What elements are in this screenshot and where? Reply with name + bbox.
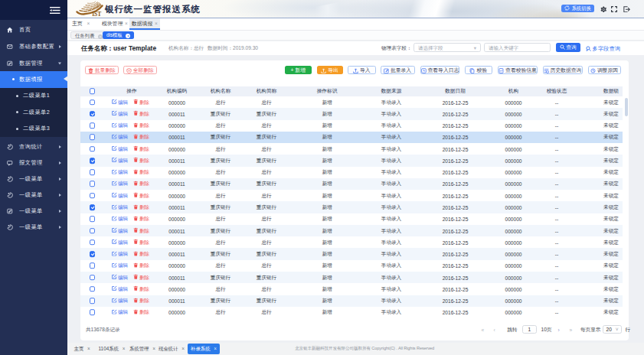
svg-text:IST: IST	[92, 11, 101, 18]
